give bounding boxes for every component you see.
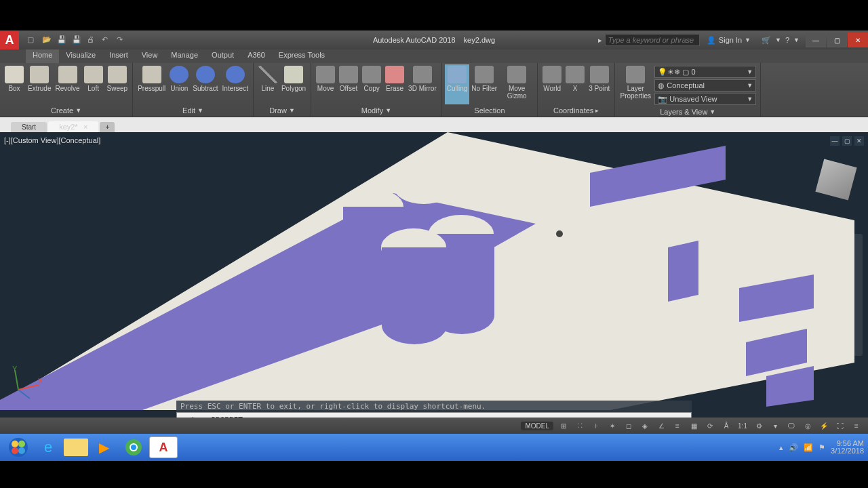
tab-visualize[interactable]: Visualize [59,49,102,63]
tab-view[interactable]: View [135,49,165,63]
ortho-icon[interactable]: ⊦ [590,420,602,431]
tab-add[interactable]: + [100,122,115,132]
space-toggle[interactable]: MODEL [521,422,553,430]
revolve-icon [58,66,77,83]
explorer-icon[interactable] [64,439,88,456]
autocad-taskbar-icon[interactable]: A [149,436,178,458]
group-layers-label[interactable]: Layers & View▼ [618,106,757,117]
tab-express-tools[interactable]: Express Tools [272,49,332,63]
osnap-icon[interactable]: ◻ [623,420,635,431]
maximize-button[interactable]: ▢ [827,33,847,47]
layerprops-button[interactable]: Layer Properties [618,64,653,106]
close-button[interactable]: ✕ [848,33,868,47]
visualstyle-select[interactable]: ◍ Conceptual▼ [654,79,756,92]
layer-select[interactable]: 💡☀❄ ▢ 0▼ [654,66,756,78]
erase-button[interactable]: Erase [383,64,406,104]
polygon-button[interactable]: Polygon [279,64,308,104]
scale-display[interactable]: 1:1 [736,420,749,431]
nofilter-button[interactable]: No Filter [469,64,499,104]
intersect-icon [226,66,245,83]
3dmirror-button[interactable]: 3D Mirror [406,64,439,104]
copy-button[interactable]: Copy [360,64,383,104]
new-icon[interactable]: ▢ [27,35,37,45]
monitor-icon[interactable]: 🖵 [785,420,797,431]
presspull-button[interactable]: Presspull [136,64,167,104]
tab-insert[interactable]: Insert [102,49,135,63]
volume-icon[interactable]: 🔊 [789,443,798,452]
group-edit-label[interactable]: Edit▼ [136,104,250,117]
redo-icon[interactable]: ↷ [117,35,126,45]
clock-date[interactable]: 3/12/2018 [831,447,864,455]
3point-button[interactable]: 3 Point [587,64,612,104]
union-button[interactable]: Union [167,64,191,104]
tray-up-icon[interactable]: ▴ [779,443,783,452]
grid-icon[interactable]: ⊞ [557,420,570,431]
signin-button[interactable]: 👤 Sign In ▼ [707,36,751,45]
viewport[interactable]: [-][Custom View][Conceptual] — ▢ ✕ WCS [0,132,868,434]
culling-button[interactable]: Culling [445,64,470,104]
flag-icon[interactable]: ⚑ [818,443,825,452]
workspace-icon[interactable]: ▾ [769,420,781,431]
save-icon[interactable]: 💾 [57,35,66,45]
union-icon [170,66,189,83]
minimize-button[interactable]: — [806,33,826,47]
group-draw-label[interactable]: Draw▼ [256,104,308,117]
isolate-icon[interactable]: ◎ [802,420,814,431]
cleanscreen-icon[interactable]: ⛶ [834,420,846,431]
annoscale-icon[interactable]: Å [720,420,732,431]
help-icon[interactable]: ? [785,36,789,44]
ie-icon[interactable]: e [34,436,62,458]
world-button[interactable]: World [540,64,564,104]
group-create-label[interactable]: Create▼ [3,104,130,117]
lweight-icon[interactable]: ≡ [671,420,684,431]
tab-a360[interactable]: A360 [241,49,272,63]
intersect-button[interactable]: Intersect [220,64,250,104]
customize-icon[interactable]: ≡ [850,420,863,431]
open-icon[interactable]: 📂 [42,35,52,45]
offset-button[interactable]: Offset [337,64,360,104]
hwacc-icon[interactable]: ⚡ [818,420,830,431]
tab-start[interactable]: Start [11,122,47,132]
close-tab-icon[interactable]: × [83,123,87,131]
tab-file-active[interactable]: key2* × [48,121,98,132]
network-icon[interactable]: 📶 [804,443,813,452]
chrome-icon[interactable] [119,436,148,458]
undo-icon[interactable]: ↶ [102,35,111,45]
otrack-icon[interactable]: ∠ [655,420,667,431]
view-select[interactable]: 📷 Unsaved View▼ [654,93,756,105]
box-button[interactable]: Box [3,64,26,104]
sweep-button[interactable]: Sweep [105,64,130,104]
3dosnap-icon[interactable]: ◈ [639,420,651,431]
move-button[interactable]: Move [314,64,337,104]
copy-icon [362,66,381,83]
titlebar: A ▢ 📂 💾 💾 🖨 ↶ ↷ Autodesk AutoCAD 2018 ke… [0,30,868,49]
chevron-down-icon[interactable]: ▼ [793,37,800,43]
gizmo-button[interactable]: Move Gizmo [499,64,534,104]
x-button[interactable]: X [564,64,587,104]
tab-output[interactable]: Output [205,49,241,63]
tab-home[interactable]: Home [26,49,59,63]
subtract-button[interactable]: Subtract [191,64,220,104]
sweep-icon [108,66,127,83]
cycling-icon[interactable]: ⟳ [704,420,716,431]
saveas-icon[interactable]: 💾 [72,35,81,45]
polar-icon[interactable]: ✶ [606,420,618,431]
transparency-icon[interactable]: ▦ [688,420,700,431]
gear-icon[interactable]: ⚙ [753,420,765,431]
extrude-button[interactable]: Extrude [26,64,53,104]
loft-button[interactable]: Loft [82,64,105,104]
wmp-icon[interactable]: ▶ [90,436,118,458]
revolve-button[interactable]: Revolve [53,64,81,104]
group-coords-label[interactable]: Coordinates▸ [540,104,612,117]
print-icon[interactable]: 🖨 [87,35,96,45]
start-button[interactable] [4,436,33,458]
chevron-down-icon[interactable]: ▼ [775,37,781,43]
line-button[interactable]: Line [256,64,279,104]
system-tray: ▴ 🔊 📶 ⚑ 9:56 AM 3/12/2018 [779,440,864,455]
group-modify-label[interactable]: Modify▼ [314,104,439,117]
keyword-search-input[interactable] [605,34,700,46]
snap-icon[interactable]: ⸬ [574,420,586,431]
exchange-icon[interactable]: 🛒 [762,36,771,45]
tab-manage[interactable]: Manage [164,49,205,63]
app-logo[interactable]: A [0,30,19,49]
